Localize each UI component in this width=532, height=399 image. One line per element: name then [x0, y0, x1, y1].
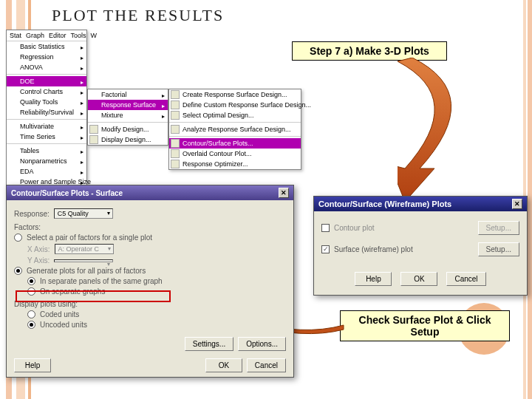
- menu-item-reliability[interactable]: Reliability/Survival▸: [7, 107, 86, 117]
- ok-button[interactable]: OK: [400, 272, 437, 286]
- label-separate-graphs: On separate graphs: [40, 287, 105, 296]
- yaxis-label: Y Axis:: [27, 256, 50, 265]
- close-icon[interactable]: ✕: [279, 188, 289, 198]
- menu-item-doe[interactable]: DOE▸: [7, 76, 86, 86]
- dialog-wireframe-plots: Contour/Surface (Wireframe) Plots ✕ Cont…: [313, 196, 528, 296]
- cancel-button[interactable]: Cancel: [446, 272, 485, 286]
- menubar-w[interactable]: W: [91, 32, 98, 39]
- xaxis-label: X Axis:: [27, 245, 50, 253]
- titlebar: Contour/Surface (Wireframe) Plots ✕: [314, 197, 527, 211]
- menu-item-response-surface[interactable]: Response Surface▸: [88, 100, 168, 110]
- design-icon: [171, 111, 180, 120]
- help-button[interactable]: Help: [355, 272, 392, 286]
- label-coded: Coded units: [40, 310, 79, 318]
- radio-coded[interactable]: [27, 310, 35, 318]
- page-title: PLOT THE RESULTS: [52, 6, 224, 25]
- menu-item-tables[interactable]: Tables▸: [7, 146, 86, 156]
- menu-item-regression[interactable]: Regression▸: [7, 52, 86, 62]
- radio-separate-graphs[interactable]: [27, 287, 35, 296]
- menu-item-eda[interactable]: EDA▸: [7, 166, 86, 177]
- menu-item-anova[interactable]: ANOVA▸: [7, 62, 86, 72]
- radio-single-pair[interactable]: [14, 233, 22, 242]
- checkbox-surface-plot[interactable]: [321, 245, 330, 253]
- menu-doe-sub: Factorial▸ Response Surface▸ Mixture▸ Mo…: [87, 89, 168, 146]
- analyze-icon: [171, 125, 180, 134]
- radio-all-pairs[interactable]: [14, 267, 22, 275]
- checkbox-contour-plot[interactable]: [321, 224, 330, 232]
- design-icon: [171, 90, 180, 99]
- dialog-contour-surface-plots: Contour/Surface Plots - Surface ✕ Respon…: [6, 185, 294, 378]
- menu-item-analyze-rs[interactable]: Analyze Response Surface Design...: [169, 124, 301, 134]
- factors-label: Factors:: [14, 223, 41, 231]
- menubar: Stat Graph Editor Tools W: [7, 30, 86, 41]
- menu-item-overlaid-contour[interactable]: Overlaid Contour Plot...: [169, 149, 301, 159]
- ok-button[interactable]: OK: [205, 358, 242, 372]
- menu-stat: Stat Graph Editor Tools W Basic Statisti…: [6, 30, 87, 188]
- label-same-graph: In separate panels of the same graph: [40, 277, 163, 285]
- response-select[interactable]: C5 Quality: [54, 208, 113, 219]
- label-contour-plot: Contour plot: [334, 224, 374, 232]
- stripe: [528, 0, 532, 399]
- menubar-editor[interactable]: Editor: [49, 32, 66, 39]
- menubar-tools[interactable]: Tools: [71, 32, 86, 39]
- cancel-button[interactable]: Cancel: [247, 358, 286, 372]
- xaxis-select: A: Operator C: [55, 244, 114, 254]
- menu-item-select-optimal[interactable]: Select Optimal Design...: [169, 110, 301, 120]
- design-icon: [171, 100, 180, 109]
- dialog-title: Contour/Surface Plots - Surface: [11, 189, 123, 197]
- menu-item-basic-statistics[interactable]: Basic Statistics▸: [7, 41, 86, 52]
- menu-item-define-custom-rs[interactable]: Define Custom Response Surface Design...: [169, 100, 301, 110]
- menubar-stat[interactable]: Stat: [10, 32, 21, 39]
- radio-uncoded[interactable]: [27, 321, 35, 329]
- titlebar: Contour/Surface Plots - Surface ✕: [7, 185, 293, 200]
- display-label: Display plots using:: [14, 300, 78, 308]
- menu-response-surface-sub: Create Response Surface Design... Define…: [168, 89, 301, 170]
- optimizer-icon: [171, 160, 180, 168]
- label-single-pair: Select a pair of factors for a single pl…: [27, 233, 152, 242]
- setup-contour-button: Setup...: [478, 221, 519, 235]
- settings-button[interactable]: Settings...: [185, 337, 233, 351]
- menu-item-control-charts[interactable]: Control Charts▸: [7, 86, 86, 97]
- menu-item-response-optimizer[interactable]: Response Optimizer...: [169, 159, 301, 169]
- menu-item-create-rs-design[interactable]: Create Response Surface Design...: [169, 89, 301, 100]
- menu-item-display-design[interactable]: Display Design...: [88, 134, 168, 145]
- menu-item-mixture[interactable]: Mixture▸: [88, 110, 168, 120]
- menu-item-contour-surface-plots[interactable]: Contour/Surface Plots...: [169, 138, 301, 149]
- label-surface-plot: Surface (wireframe) plot: [334, 245, 413, 253]
- menu-item-nonparametrics[interactable]: Nonparametrics▸: [7, 156, 86, 166]
- response-label: Response:: [14, 210, 50, 218]
- arrow-step7-to-menu: [398, 58, 494, 205]
- menu-item-multivariate[interactable]: Multivariate▸: [7, 121, 86, 132]
- design-icon: [89, 125, 98, 134]
- menu-item-modify-design[interactable]: Modify Design...: [88, 124, 168, 134]
- menu-item-factorial[interactable]: Factorial▸: [88, 89, 168, 100]
- menu-item-time-series[interactable]: Time Series▸: [7, 132, 86, 142]
- yaxis-select: [54, 259, 113, 262]
- plot-icon: [171, 149, 180, 158]
- dialog-title: Contour/Surface (Wireframe) Plots: [318, 200, 451, 208]
- setup-surface-button[interactable]: Setup...: [478, 242, 519, 256]
- close-icon[interactable]: ✕: [512, 199, 522, 209]
- label-uncoded: Uncoded units: [40, 321, 87, 329]
- radio-same-graph[interactable]: [27, 277, 35, 285]
- callout-check-surface: Check Surface Plot & Click Setup: [340, 310, 510, 341]
- options-button[interactable]: Options...: [238, 337, 286, 351]
- design-icon: [89, 135, 98, 144]
- plot-icon: [171, 139, 180, 148]
- label-all-pairs: Generate plots for all pairs of factors: [27, 267, 146, 275]
- menubar-graph[interactable]: Graph: [26, 32, 44, 39]
- menu-item-quality-tools[interactable]: Quality Tools▸: [7, 97, 86, 107]
- help-button[interactable]: Help: [14, 358, 51, 372]
